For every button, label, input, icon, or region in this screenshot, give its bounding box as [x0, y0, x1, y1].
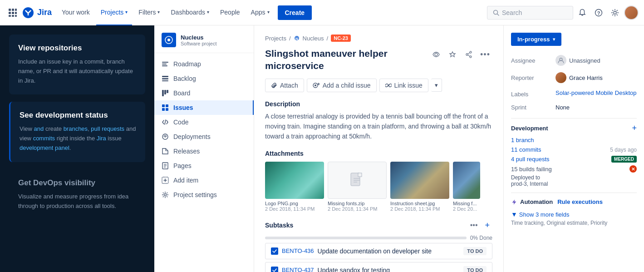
svg-rect-25: [166, 104, 168, 107]
top-nav: Jira Your work Projects▾ Filters▾ Dashbo…: [0, 0, 644, 25]
vote-button[interactable]: [445, 47, 460, 62]
breadcrumb: Projects / N Nucleus / NC-23: [265, 35, 492, 42]
svg-rect-18: [162, 76, 168, 77]
more-options-button[interactable]: •••: [478, 47, 492, 62]
watch-button[interactable]: [429, 47, 443, 62]
sidebar-item-issues[interactable]: Issues: [154, 100, 254, 115]
avatar[interactable]: [624, 5, 639, 20]
svg-point-44: [466, 54, 468, 55]
breadcrumb-issue-badge: NC-23: [331, 35, 351, 42]
subtask-row-2[interactable]: BENTO-437 Update sandox for testing TO D…: [265, 262, 492, 272]
sidebar-item-deployments[interactable]: Deployments: [154, 129, 254, 144]
attach-button[interactable]: Attach: [265, 79, 304, 92]
svg-rect-16: [162, 64, 167, 64]
search-bar[interactable]: Search: [487, 6, 573, 20]
settings-icon[interactable]: [608, 5, 622, 20]
nav-people[interactable]: People: [216, 0, 245, 25]
label-mobile[interactable]: Mobile: [596, 89, 613, 96]
create-button[interactable]: Create: [278, 5, 312, 20]
meta-reporter: Reporter Grace Harris: [511, 72, 637, 83]
subtask-row-1[interactable]: BENTO-436 Update documentation on develo…: [265, 243, 492, 259]
attachment-missing-fonts-zip[interactable]: Missing fonts.zip 2 Dec 2018, 11:34 PM: [328, 162, 387, 212]
description-text: A close terrestrial analogy is provided …: [265, 111, 492, 142]
svg-rect-19: [162, 78, 168, 79]
commits-link[interactable]: 11 commits: [511, 146, 541, 153]
attachment-logo-png[interactable]: Logo PNG.png 2 Dec 2018, 11:34 PM: [265, 162, 324, 212]
search-icon: [493, 10, 499, 16]
svg-rect-20: [162, 80, 168, 81]
meta-labels: Labels Solar-powered Mobile Desktop: [511, 89, 637, 98]
svg-point-38: [164, 194, 167, 196]
logo[interactable]: Jira: [22, 6, 52, 19]
tip-card-body: Include an issue key in a commit, branch…: [18, 57, 136, 85]
sidebar-item-backlog[interactable]: Backlog: [154, 71, 254, 86]
rule-executions-link[interactable]: Rule executions: [557, 198, 603, 205]
svg-rect-0: [9, 9, 11, 11]
svg-line-10: [497, 14, 499, 15]
nav-filters[interactable]: Filters▾: [134, 0, 164, 25]
nav-projects[interactable]: Projects▾: [96, 0, 133, 25]
svg-text:N: N: [295, 37, 298, 41]
tip-card-title-2: See development status: [20, 111, 136, 120]
description-section: Description A close terrestrial analogy …: [265, 100, 492, 142]
notifications-icon[interactable]: [575, 5, 590, 20]
svg-rect-1: [12, 9, 14, 11]
sidebar-item-pages[interactable]: Pages: [154, 158, 254, 173]
subtasks-more-button[interactable]: •••: [467, 220, 481, 231]
project-info: Nucleus Software project: [181, 34, 216, 46]
search-placeholder: Search: [502, 9, 522, 16]
status-button[interactable]: In-progress ▾: [511, 33, 561, 46]
svg-rect-5: [15, 12, 17, 14]
nav-your-work[interactable]: Your work: [57, 0, 94, 25]
help-icon[interactable]: ?: [591, 5, 606, 20]
svg-rect-17: [162, 65, 167, 66]
sidebar-item-project-settings[interactable]: Project settings: [154, 188, 254, 202]
svg-rect-24: [162, 104, 165, 107]
meta-assignee: Assignee Unassigned: [511, 55, 637, 66]
sidebar-item-add-item[interactable]: Add item: [154, 173, 254, 188]
sidebar-item-board[interactable]: Board: [154, 86, 254, 100]
link-issue-button[interactable]: Link issue: [379, 79, 428, 92]
issue-title: Slingshot maneuver helper microservice: [265, 47, 422, 72]
sidebar-item-code[interactable]: Code: [154, 115, 254, 129]
breadcrumb-projects[interactable]: Projects: [265, 35, 286, 42]
add-child-issue-button[interactable]: Add a child issue: [307, 79, 377, 92]
tip-card-view-repos: View repositories Include an issue key i…: [9, 35, 145, 94]
sidebar-item-releases[interactable]: Releases: [154, 144, 254, 158]
content-area: Projects / N Nucleus / NC-23 Slingshot m…: [254, 25, 503, 272]
svg-point-42: [470, 51, 472, 53]
label-desktop[interactable]: Desktop: [615, 89, 637, 96]
label-solar-powered[interactable]: Solar-powered: [556, 89, 594, 96]
svg-point-30: [165, 136, 166, 138]
show-more-fields[interactable]: ▼ Show 3 more fields: [511, 211, 637, 218]
pull-requests-link[interactable]: 4 pull requests: [511, 156, 550, 163]
show-more-sub: Time tracking, Original estimate, Priori…: [511, 220, 637, 226]
nav-apps[interactable]: Apps▾: [246, 0, 274, 25]
subtasks-add-button[interactable]: +: [482, 220, 492, 231]
sidebar-item-roadmap[interactable]: Roadmap: [154, 57, 254, 71]
automation-section: Automation Rule executions: [511, 193, 637, 205]
apps-icon[interactable]: [5, 5, 20, 20]
tip-card-body-2: View and create branches, pull requests …: [20, 124, 136, 153]
link-dropdown-button[interactable]: ▾: [431, 79, 442, 92]
logo-text: Jira: [37, 8, 52, 17]
tip-card-title-3: Get DevOps visibility: [18, 178, 136, 188]
nav-dashboards[interactable]: Dashboards▾: [166, 0, 214, 25]
svg-point-43: [470, 56, 472, 58]
svg-point-48: [315, 84, 316, 86]
breadcrumb-project[interactable]: Nucleus: [303, 35, 324, 42]
svg-rect-7: [12, 15, 14, 17]
subtasks-section: Subtasks ••• + 0% Done BENTO-436 Update …: [265, 220, 492, 272]
share-button[interactable]: [462, 47, 476, 62]
action-bar: Attach Add a child issue Link issue ▾: [265, 79, 492, 92]
meta-sprint: Sprint None: [511, 104, 637, 111]
left-panel: View repositories Include an issue key i…: [0, 25, 154, 272]
tip-card-devops: Get DevOps visibility Visualize and meas…: [9, 169, 145, 220]
project-avatar: [162, 33, 176, 47]
attachment-instruction-sheet[interactable]: Instruction sheet.jpg 2 Dec 2018, 11:34 …: [390, 162, 449, 212]
attachment-partial[interactable]: Missing f... 2 Dec 20...: [453, 162, 480, 212]
tip-card-body-3: Visualize and measure progress from idea…: [18, 192, 136, 211]
svg-rect-2: [15, 9, 17, 11]
development-add-button[interactable]: +: [632, 124, 637, 132]
svg-point-13: [614, 11, 616, 14]
